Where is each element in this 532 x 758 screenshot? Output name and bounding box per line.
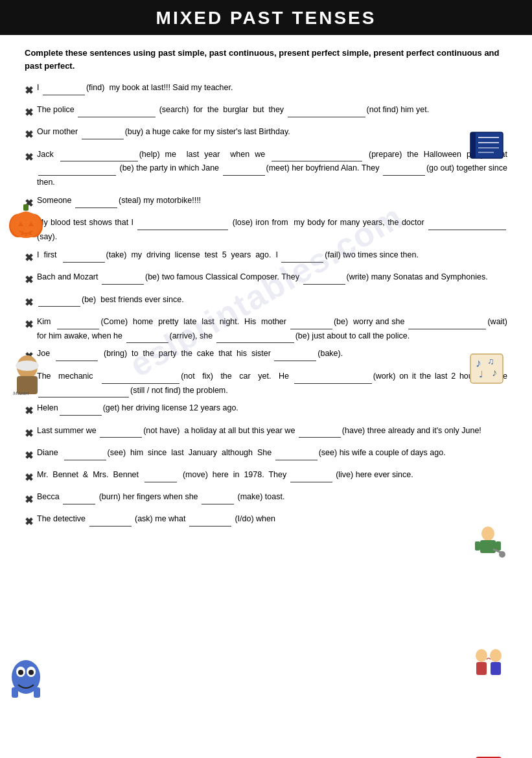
blank-17b <box>202 504 234 504</box>
blank-10a <box>57 329 99 329</box>
sentence-13: ✖ Helen(get) her driving license 12 year… <box>25 401 507 420</box>
sentence-text-2: The police (search) for the burglar but … <box>37 103 507 117</box>
sentence-5: ✖ Someone (steal) my motorbike!!!! <box>25 194 507 212</box>
blank-4b <box>272 161 362 161</box>
svg-rect-32 <box>476 662 487 675</box>
svg-point-23 <box>16 361 39 371</box>
svg-point-47 <box>29 670 34 675</box>
main-content: eslprintables.com ♪ ♫ ♩ ♪ Mo <box>0 35 532 547</box>
svg-rect-34 <box>491 662 501 675</box>
svg-rect-27 <box>475 541 480 551</box>
sentence-1: ✖ I (find) my book at last!!! Said my te… <box>25 81 507 99</box>
blank-4a <box>60 161 138 161</box>
sentence-text-6: My blood test shows that I (lose) iron f… <box>37 216 507 244</box>
blank-14a <box>100 437 142 438</box>
sentence-8: ✖ Bach and Mozart (be) two famous Classi… <box>25 270 507 289</box>
mozart-icon: Mozart <box>8 353 47 398</box>
blank-4c <box>38 175 116 176</box>
blank-1a <box>43 95 85 95</box>
pumpkin-icon <box>6 204 45 246</box>
sentence-text-16: Mr. Bennet & Mrs. Bennet (move) here in … <box>37 468 507 482</box>
sentence-text-12: The mechanic (not fix) the car yet. He (… <box>37 370 507 398</box>
svg-text:♪: ♪ <box>476 357 481 370</box>
sentence-10: ✖ Kim (Come) home pretty late last night… <box>25 315 507 344</box>
svg-point-25 <box>481 527 494 541</box>
blank-12b <box>294 383 372 384</box>
blank-18b <box>189 526 231 527</box>
blank-4d <box>223 175 265 176</box>
sentence-2: ✖ The police (search) for the burglar bu… <box>25 103 507 121</box>
monster-icon <box>6 657 45 700</box>
svg-rect-28 <box>496 541 501 551</box>
svg-rect-26 <box>480 540 496 553</box>
svg-point-33 <box>490 649 502 662</box>
svg-rect-6 <box>23 204 29 211</box>
blank-15b <box>275 460 318 460</box>
sentence-text-1: I (find) my book at last!!! Said my teac… <box>37 81 507 95</box>
sentence-text-13: Helen(get) her driving license 12 years … <box>37 401 507 416</box>
mechanic-icon <box>468 525 507 560</box>
music-icon: ♪ ♫ ♩ ♪ <box>469 353 505 385</box>
sentence-text-8: Bach and Mozart (be) two famous Classica… <box>37 270 507 285</box>
blank-5a <box>75 207 117 208</box>
sentence-text-5: Someone (steal) my motorbike!!!! <box>37 194 507 208</box>
blank-18a <box>89 526 132 527</box>
x-mark-1: ✖ <box>25 82 33 99</box>
svg-text:♫: ♫ <box>487 356 494 366</box>
sentence-text-14: Last summer we (not have) a holiday at a… <box>37 424 507 438</box>
blank-10b <box>290 329 332 329</box>
sentence-text-9: (be) best friends ever since. <box>37 293 507 307</box>
blank-11a <box>56 361 98 361</box>
svg-point-30 <box>499 551 505 558</box>
sentence-17: ✖ Becca (burn) her fingers when she (mak… <box>25 490 507 508</box>
svg-text:♩: ♩ <box>479 369 483 379</box>
sentence-9: ✖ (be) best friends ever since. <box>25 293 507 311</box>
svg-point-46 <box>18 670 23 675</box>
blank-14b <box>299 437 341 438</box>
sentence-7: ✖ I first (take) my driving license test… <box>25 248 507 266</box>
x-mark-13: ✖ <box>25 402 33 420</box>
blank-6b <box>428 230 506 230</box>
blank-4e <box>383 175 425 176</box>
x-mark-2: ✖ <box>25 104 33 121</box>
sentence-text-17: Becca (burn) her fingers when she (make)… <box>37 490 507 504</box>
blank-16a <box>145 482 177 482</box>
svg-point-31 <box>476 649 487 662</box>
x-mark-17: ✖ <box>25 491 33 508</box>
svg-text:♪: ♪ <box>492 367 497 378</box>
blank-10e <box>216 342 294 343</box>
blank-17a <box>63 504 95 504</box>
sentence-text-18: The detective (ask) me what (I/do) when <box>37 512 507 527</box>
blank-7b <box>281 262 323 263</box>
sentence-text-3: Our mother (buy) a huge cake for my sist… <box>37 125 507 139</box>
blank-8a <box>102 284 144 285</box>
blank-8b <box>303 284 345 285</box>
blank-12c <box>38 397 129 397</box>
blank-13a <box>60 415 102 416</box>
x-mark-16: ✖ <box>25 469 33 486</box>
book-icon <box>469 131 505 160</box>
blank-12a <box>102 383 179 384</box>
sentence-3: ✖ Our mother (buy) a huge cake for my si… <box>25 125 507 143</box>
sentence-text-10: Kim (Come) home pretty late last night. … <box>37 315 507 344</box>
blank-7a <box>63 262 105 263</box>
x-mark-8: ✖ <box>25 271 33 289</box>
svg-rect-48 <box>12 687 18 698</box>
sentence-16: ✖ Mr. Bennet & Mrs. Bennet (move) here i… <box>25 468 507 486</box>
x-mark-14: ✖ <box>25 425 33 442</box>
svg-rect-49 <box>34 687 40 698</box>
sentence-text-4: Jack (help) me last year when we (prepar… <box>37 148 507 191</box>
x-mark-9: ✖ <box>25 294 33 311</box>
blank-2a <box>78 117 156 117</box>
blank-15a <box>64 460 106 460</box>
header-title: MIXED PAST TENSES <box>156 8 376 28</box>
sentence-4: ✖ Jack (help) me last year when we (prep… <box>25 148 507 191</box>
blank-6a <box>137 230 228 230</box>
x-mark-4: ✖ <box>25 148 33 166</box>
blank-3a <box>82 139 124 139</box>
svg-text:Mozart: Mozart <box>13 390 29 396</box>
couple-icon <box>468 648 507 683</box>
x-mark-10: ✖ <box>25 316 33 333</box>
blank-11b <box>274 361 316 361</box>
blank-10d <box>126 342 168 343</box>
